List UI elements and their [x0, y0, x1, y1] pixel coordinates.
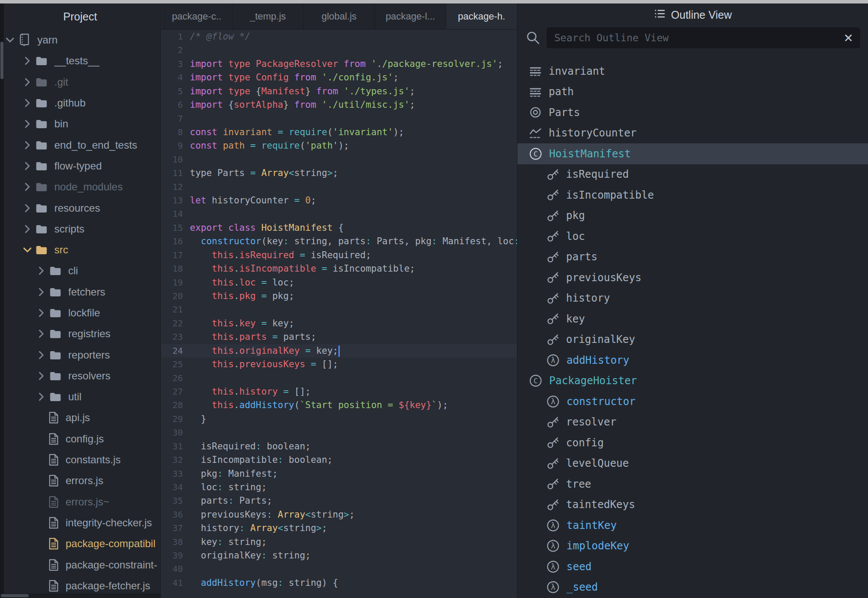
code-line-19[interactable]: 19 this.loc = loc; [161, 276, 517, 289]
tree-item-package-constraint-[interactable]: package-constraint- [0, 554, 160, 575]
outline-item-historyCounter[interactable]: historyCounter [517, 123, 868, 144]
outline-item-seed[interactable]: λseed [517, 556, 868, 577]
tree-item-integrity-checker.js[interactable]: integrity-checker.js [0, 512, 160, 533]
code-line-37[interactable]: 37 history: Array<string>; [161, 522, 517, 535]
outline-item-path[interactable]: path [517, 82, 868, 103]
outline-search-box[interactable]: ✕ [547, 27, 860, 48]
chevron-right-icon[interactable] [38, 288, 45, 296]
tree-item-constants.js[interactable]: constants.js [0, 449, 160, 470]
tab-package-h.[interactable]: package-h. [446, 3, 517, 29]
code-line-12[interactable]: 12 [161, 180, 517, 194]
outline-search-input[interactable] [553, 32, 843, 44]
code-line-18[interactable]: 18 this.isIncompatible = isIncompatible; [161, 262, 517, 276]
code-line-1[interactable]: 1/* @flow */ [161, 30, 517, 43]
tree-item-node_modules[interactable]: node_modules [0, 176, 160, 197]
tree-item-resolvers[interactable]: resolvers [0, 365, 160, 386]
tree-item-reporters[interactable]: reporters [0, 344, 160, 365]
code-line-22[interactable]: 22 this.key = key; [161, 317, 517, 330]
tree-item-registries[interactable]: registries [0, 323, 160, 344]
clear-search-icon[interactable]: ✕ [843, 32, 853, 44]
chevron-right-icon[interactable] [24, 56, 31, 65]
code-line-35[interactable]: 35 parts: Parts; [161, 494, 517, 508]
code-line-11[interactable]: 11type Parts = Array<string>; [161, 166, 517, 180]
outline-item-tree[interactable]: tree [517, 474, 868, 495]
outline-item-previousKeys[interactable]: previousKeys [517, 267, 868, 288]
code-line-24[interactable]: 24 this.originalKey = key; [161, 344, 517, 358]
code-line-20[interactable]: 20 this.pkg = pkg; [161, 289, 517, 303]
code-line-41[interactable]: 41 addHistory(msg: string) { [161, 576, 517, 590]
tree-item-errors.js[interactable]: errors.js [0, 470, 160, 491]
chevron-right-icon[interactable] [24, 204, 31, 213]
outline-item-HoistManifest[interactable]: CHoistManifest [517, 143, 868, 164]
outline-item-invariant[interactable]: invariant [517, 61, 868, 82]
code-line-33[interactable]: 33 pkg: Manifest; [161, 467, 517, 481]
code-line-39[interactable]: 39 originalKey: string; [161, 549, 517, 562]
chevron-right-icon[interactable] [24, 78, 31, 86]
outline-item-levelQueue[interactable]: levelQueue [517, 453, 868, 474]
outline-item-history[interactable]: history [517, 288, 868, 309]
chevron-down-icon[interactable] [7, 36, 13, 44]
code-line-30[interactable]: 30 [161, 426, 517, 439]
tree-item-scripts[interactable]: scripts [0, 219, 160, 239]
chevron-down-icon[interactable] [24, 246, 31, 254]
tree-item-src[interactable]: src [0, 239, 160, 260]
tree-item-package-compatibil[interactable]: package-compatibil [0, 533, 160, 554]
tree-item-end_to_end_tests[interactable]: end_to_end_tests [0, 134, 160, 155]
code-line-32[interactable]: 32 isIncompatible: boolean; [161, 453, 517, 467]
tree-item-util[interactable]: util [0, 386, 160, 407]
outline-item-pkg[interactable]: pkg [517, 206, 868, 226]
code-line-3[interactable]: 3import type PackageResolver from './pac… [161, 57, 517, 71]
outline-item-loc[interactable]: loc [517, 226, 868, 247]
chevron-right-icon[interactable] [24, 183, 31, 191]
tree-hscrollbar-thumb[interactable] [1, 594, 29, 597]
tab-global.js[interactable]: global.js [304, 3, 375, 29]
code-line-36[interactable]: 36 previousKeys: Array<string>; [161, 508, 517, 522]
tab-package-l...[interactable]: package-l... [375, 3, 446, 29]
tab-_temp.js[interactable]: _temp.js [232, 3, 304, 29]
tree-item-api.js[interactable]: api.js [0, 407, 160, 428]
chevron-right-icon[interactable] [24, 162, 31, 170]
outline-item-originalKey[interactable]: originalKey [517, 329, 868, 350]
tree-item-.git[interactable]: .git [0, 72, 160, 93]
code-line-16[interactable]: 16 constructor(key: string, parts: Parts… [161, 235, 517, 248]
tree-item-flow-typed[interactable]: flow-typed [0, 156, 160, 176]
tree-item-yarn[interactable]: yarn [0, 30, 160, 50]
tree-horizontal-scrollbar[interactable] [0, 593, 160, 598]
chevron-right-icon[interactable] [38, 266, 45, 275]
code-line-21[interactable]: 21 [161, 303, 517, 316]
outline-item-isRequired[interactable]: isRequired [517, 164, 868, 185]
code-line-7[interactable]: 7 [161, 112, 517, 126]
code-line-27[interactable]: 27 this.history = []; [161, 385, 517, 399]
code-line-23[interactable]: 23 this.parts = parts; [161, 330, 517, 344]
tree-item-__tests__[interactable]: __tests__ [0, 50, 160, 71]
code-line-9[interactable]: 9const path = require('path'); [161, 139, 517, 153]
chevron-right-icon[interactable] [24, 141, 31, 150]
outline-item-addHistory[interactable]: λaddHistory [517, 350, 868, 371]
chevron-right-icon[interactable] [38, 372, 45, 380]
code-line-13[interactable]: 13let historyCounter = 0; [161, 194, 517, 207]
outline-item-isIncompatible[interactable]: isIncompatible [517, 185, 868, 206]
code-line-4[interactable]: 4import type Config from './config.js'; [161, 71, 517, 84]
outline-item-taintedKeys[interactable]: taintedKeys [517, 495, 868, 515]
tree-vertical-scrollbar-thumb[interactable] [0, 42, 3, 79]
code-line-17[interactable]: 17 this.isRequired = isRequired; [161, 249, 517, 262]
code-line-15[interactable]: 15export class HoistManifest { [161, 221, 517, 235]
code-line-26[interactable]: 26 [161, 372, 517, 385]
outline-item-key[interactable]: key [517, 309, 868, 329]
outline-item-constructor[interactable]: λconstructor [517, 391, 868, 412]
code-line-28[interactable]: 28 this.addHistory(`Start position = ${k… [161, 399, 517, 412]
outline-item-taintKey[interactable]: λtaintKey [517, 515, 868, 536]
tree-item-.github[interactable]: .github [0, 93, 160, 113]
code-line-29[interactable]: 29 } [161, 412, 517, 426]
code-editor[interactable]: 1/* @flow */23import type PackageResolve… [161, 30, 517, 598]
code-line-14[interactable]: 14 [161, 207, 517, 221]
code-line-25[interactable]: 25 this.previousKeys = []; [161, 358, 517, 371]
chevron-right-icon[interactable] [24, 99, 31, 107]
tree-item-errors.js[interactable]: errors.js~ [0, 492, 160, 512]
code-line-10[interactable]: 10 [161, 153, 517, 166]
tree-item-cli[interactable]: cli [0, 260, 160, 281]
outline-item-Parts[interactable]: Parts [517, 102, 868, 123]
chevron-right-icon[interactable] [38, 329, 45, 338]
outline-item-resolver[interactable]: resolver [517, 412, 868, 433]
outline-item-parts[interactable]: parts [517, 247, 868, 268]
